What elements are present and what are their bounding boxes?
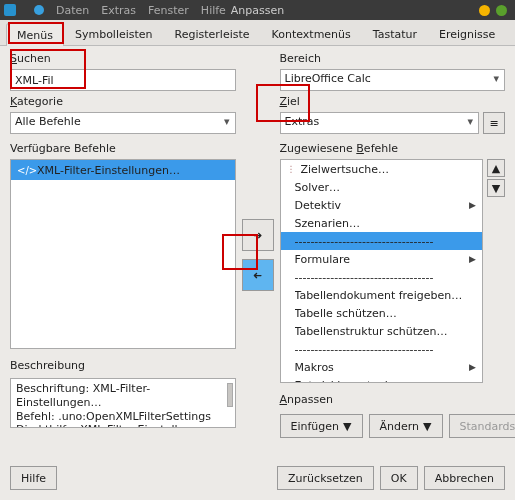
- app-icon: [4, 4, 16, 16]
- desc-line: Beschriftung: XML-Filter-Einstellungen…: [16, 382, 230, 410]
- menu-hilfe[interactable]: Hilfe: [201, 4, 226, 17]
- chevron-down-icon: ▼: [343, 420, 351, 433]
- description-label: Beschreibung: [10, 359, 236, 372]
- assigned-item[interactable]: Solver…: [281, 178, 483, 196]
- insert-button[interactable]: Einfügen ▼: [280, 414, 363, 438]
- search-input[interactable]: [10, 69, 236, 91]
- scope-select[interactable]: LibreOffice Calc: [280, 69, 506, 91]
- reset-button[interactable]: Zurücksetzen: [277, 466, 374, 490]
- menu-fenster[interactable]: Fenster: [148, 4, 189, 17]
- assigned-separator[interactable]: -----------------------------------: [281, 340, 483, 358]
- target-label: Ziel: [280, 95, 506, 108]
- assigned-item[interactable]: Makros▶: [281, 358, 483, 376]
- window-maximize-icon[interactable]: [496, 5, 507, 16]
- dialog-footer: Hilfe Zurücksetzen OK Abbrechen: [0, 458, 515, 500]
- tab-menus[interactable]: Menüs: [6, 23, 64, 46]
- arrow-down-icon: ▼: [492, 182, 500, 195]
- search-label: Suchen: [10, 52, 236, 65]
- left-panel: Suchen Kategorie Alle Befehle Verfügbare…: [10, 52, 236, 458]
- assigned-item[interactable]: Formulare▶: [281, 250, 483, 268]
- assigned-item[interactable]: Szenarien…: [281, 214, 483, 232]
- tab-bar: Menüs Symbolleisten Registerleiste Konte…: [0, 20, 515, 46]
- cancel-button[interactable]: Abbrechen: [424, 466, 505, 490]
- scope-label: Bereich: [280, 52, 506, 65]
- available-command-item[interactable]: </> XML-Filter-Einstellungen…: [11, 160, 235, 180]
- assigned-item[interactable]: Detektiv▶: [281, 196, 483, 214]
- tab-toolbars[interactable]: Symbolleisten: [64, 22, 164, 45]
- app-dot: [34, 5, 44, 15]
- help-button[interactable]: Hilfe: [10, 466, 57, 490]
- chevron-right-icon: ▶: [469, 200, 476, 210]
- available-command-label: XML-Filter-Einstellungen…: [37, 164, 180, 177]
- tab-keyboard[interactable]: Tastatur: [362, 22, 428, 45]
- defaults-button[interactable]: Standards: [449, 414, 515, 438]
- arrow-up-icon: ▲: [492, 162, 500, 175]
- available-label: Verfügbare Befehle: [10, 142, 236, 155]
- code-icon: </>: [17, 165, 31, 176]
- remove-arrow-button[interactable]: ➜: [242, 259, 274, 291]
- add-arrow-button[interactable]: ➜: [242, 219, 274, 251]
- move-down-button[interactable]: ▼: [487, 179, 505, 197]
- move-up-button[interactable]: ▲: [487, 159, 505, 177]
- tab-events[interactable]: Ereignisse: [428, 22, 506, 45]
- tab-contextmenus[interactable]: Kontextmenüs: [261, 22, 362, 45]
- tab-notebookbar[interactable]: Registerleiste: [164, 22, 261, 45]
- chevron-right-icon: ▶: [469, 362, 476, 372]
- assigned-item[interactable]: Tabelle schützen…: [281, 304, 483, 322]
- assigned-item[interactable]: Entwicklungstools: [281, 376, 483, 383]
- assigned-item[interactable]: Tabellendokument freigeben…: [281, 286, 483, 304]
- desc-line: Befehl: .uno:OpenXMLFilterSettings: [16, 410, 230, 424]
- menu-daten[interactable]: Daten: [56, 4, 89, 17]
- desc-line: Direkthilfe: XML-Filter-Einstellungen…: [16, 423, 230, 428]
- customize-dialog: Menüs Symbolleisten Registerleiste Konte…: [0, 20, 515, 500]
- ok-button[interactable]: OK: [380, 466, 418, 490]
- target-menu-button[interactable]: ≡: [483, 112, 505, 134]
- assigned-item[interactable]: Tabellenstruktur schützen…: [281, 322, 483, 340]
- category-select[interactable]: Alle Befehle: [10, 112, 236, 134]
- scrollbar[interactable]: [227, 383, 233, 407]
- arrow-right-icon: ➜: [253, 229, 262, 242]
- category-label: Kategorie: [10, 95, 236, 108]
- right-panel: Bereich LibreOffice Calc Ziel Extras ≡ Z…: [280, 52, 506, 458]
- hamburger-icon: ≡: [489, 117, 498, 130]
- assigned-item[interactable]: ⋮Zielwertsuche…: [281, 160, 483, 178]
- window-title: Anpassen: [231, 4, 284, 17]
- assigned-label: Zugewiesene Befehle: [280, 142, 506, 155]
- assigned-separator[interactable]: -----------------------------------: [281, 232, 483, 250]
- chevron-right-icon: ▶: [469, 254, 476, 264]
- app-menubar: Daten Extras Fenster Hilfe Anpassen: [0, 0, 515, 20]
- chevron-down-icon: ▼: [423, 420, 431, 433]
- menu-extras[interactable]: Extras: [101, 4, 136, 17]
- available-commands-list[interactable]: </> XML-Filter-Einstellungen…: [10, 159, 236, 349]
- transfer-buttons: ➜ ➜: [242, 52, 274, 458]
- assigned-separator[interactable]: -----------------------------------: [281, 268, 483, 286]
- window-minimize-icon[interactable]: [479, 5, 490, 16]
- arrow-left-icon: ➜: [253, 269, 262, 282]
- description-box: Beschriftung: XML-Filter-Einstellungen… …: [10, 378, 236, 428]
- drag-dots-icon: ⋮: [287, 164, 293, 174]
- target-select[interactable]: Extras: [280, 112, 480, 134]
- customize-label: Anpassen: [280, 393, 506, 406]
- modify-button[interactable]: Ändern ▼: [369, 414, 443, 438]
- assigned-commands-list[interactable]: ⋮Zielwertsuche… Solver… Detektiv▶ Szenar…: [280, 159, 484, 383]
